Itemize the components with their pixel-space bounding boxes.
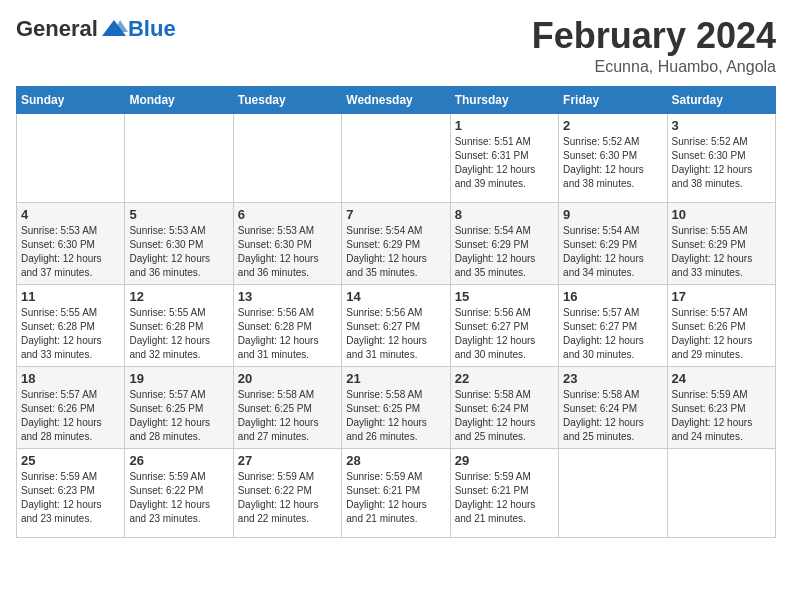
cell-day-number: 9 bbox=[563, 207, 662, 222]
calendar-cell: 18Sunrise: 5:57 AMSunset: 6:26 PMDayligh… bbox=[17, 366, 125, 448]
calendar-cell: 26Sunrise: 5:59 AMSunset: 6:22 PMDayligh… bbox=[125, 448, 233, 537]
cell-day-number: 3 bbox=[672, 118, 771, 133]
logo-general-text: General bbox=[16, 16, 98, 42]
cell-day-number: 17 bbox=[672, 289, 771, 304]
calendar-cell: 2Sunrise: 5:52 AMSunset: 6:30 PMDaylight… bbox=[559, 113, 667, 202]
cell-info-text: Sunrise: 5:59 AMSunset: 6:21 PMDaylight:… bbox=[455, 470, 554, 526]
calendar-cell: 29Sunrise: 5:59 AMSunset: 6:21 PMDayligh… bbox=[450, 448, 558, 537]
cell-day-number: 29 bbox=[455, 453, 554, 468]
calendar-cell: 1Sunrise: 5:51 AMSunset: 6:31 PMDaylight… bbox=[450, 113, 558, 202]
calendar-cell: 17Sunrise: 5:57 AMSunset: 6:26 PMDayligh… bbox=[667, 284, 775, 366]
col-friday: Friday bbox=[559, 86, 667, 113]
cell-day-number: 21 bbox=[346, 371, 445, 386]
cell-day-number: 7 bbox=[346, 207, 445, 222]
cell-info-text: Sunrise: 5:58 AMSunset: 6:25 PMDaylight:… bbox=[346, 388, 445, 444]
col-monday: Monday bbox=[125, 86, 233, 113]
calendar-cell: 24Sunrise: 5:59 AMSunset: 6:23 PMDayligh… bbox=[667, 366, 775, 448]
calendar-cell: 12Sunrise: 5:55 AMSunset: 6:28 PMDayligh… bbox=[125, 284, 233, 366]
cell-day-number: 13 bbox=[238, 289, 337, 304]
calendar-cell: 10Sunrise: 5:55 AMSunset: 6:29 PMDayligh… bbox=[667, 202, 775, 284]
calendar-cell: 9Sunrise: 5:54 AMSunset: 6:29 PMDaylight… bbox=[559, 202, 667, 284]
cell-day-number: 11 bbox=[21, 289, 120, 304]
cell-info-text: Sunrise: 5:59 AMSunset: 6:23 PMDaylight:… bbox=[672, 388, 771, 444]
calendar-cell: 8Sunrise: 5:54 AMSunset: 6:29 PMDaylight… bbox=[450, 202, 558, 284]
calendar-cell bbox=[559, 448, 667, 537]
header: General Blue February 2024 Ecunna, Huamb… bbox=[16, 16, 776, 76]
calendar-cell: 20Sunrise: 5:58 AMSunset: 6:25 PMDayligh… bbox=[233, 366, 341, 448]
cell-day-number: 23 bbox=[563, 371, 662, 386]
calendar-cell: 5Sunrise: 5:53 AMSunset: 6:30 PMDaylight… bbox=[125, 202, 233, 284]
cell-info-text: Sunrise: 5:56 AMSunset: 6:27 PMDaylight:… bbox=[455, 306, 554, 362]
cell-info-text: Sunrise: 5:54 AMSunset: 6:29 PMDaylight:… bbox=[346, 224, 445, 280]
col-sunday: Sunday bbox=[17, 86, 125, 113]
title-area: February 2024 Ecunna, Huambo, Angola bbox=[532, 16, 776, 76]
col-saturday: Saturday bbox=[667, 86, 775, 113]
cell-info-text: Sunrise: 5:57 AMSunset: 6:26 PMDaylight:… bbox=[21, 388, 120, 444]
location-title: Ecunna, Huambo, Angola bbox=[532, 58, 776, 76]
calendar-cell bbox=[667, 448, 775, 537]
cell-info-text: Sunrise: 5:53 AMSunset: 6:30 PMDaylight:… bbox=[21, 224, 120, 280]
calendar-cell: 28Sunrise: 5:59 AMSunset: 6:21 PMDayligh… bbox=[342, 448, 450, 537]
cell-day-number: 26 bbox=[129, 453, 228, 468]
cell-info-text: Sunrise: 5:55 AMSunset: 6:29 PMDaylight:… bbox=[672, 224, 771, 280]
cell-info-text: Sunrise: 5:58 AMSunset: 6:24 PMDaylight:… bbox=[563, 388, 662, 444]
cell-day-number: 27 bbox=[238, 453, 337, 468]
cell-info-text: Sunrise: 5:57 AMSunset: 6:25 PMDaylight:… bbox=[129, 388, 228, 444]
cell-day-number: 16 bbox=[563, 289, 662, 304]
cell-day-number: 20 bbox=[238, 371, 337, 386]
calendar-cell bbox=[342, 113, 450, 202]
calendar-cell bbox=[17, 113, 125, 202]
cell-info-text: Sunrise: 5:56 AMSunset: 6:28 PMDaylight:… bbox=[238, 306, 337, 362]
cell-info-text: Sunrise: 5:55 AMSunset: 6:28 PMDaylight:… bbox=[129, 306, 228, 362]
cell-info-text: Sunrise: 5:54 AMSunset: 6:29 PMDaylight:… bbox=[563, 224, 662, 280]
calendar-cell: 27Sunrise: 5:59 AMSunset: 6:22 PMDayligh… bbox=[233, 448, 341, 537]
calendar-cell: 21Sunrise: 5:58 AMSunset: 6:25 PMDayligh… bbox=[342, 366, 450, 448]
cell-day-number: 8 bbox=[455, 207, 554, 222]
cell-day-number: 10 bbox=[672, 207, 771, 222]
cell-info-text: Sunrise: 5:59 AMSunset: 6:21 PMDaylight:… bbox=[346, 470, 445, 526]
calendar-cell bbox=[125, 113, 233, 202]
header-row: Sunday Monday Tuesday Wednesday Thursday… bbox=[17, 86, 776, 113]
calendar-cell: 19Sunrise: 5:57 AMSunset: 6:25 PMDayligh… bbox=[125, 366, 233, 448]
col-thursday: Thursday bbox=[450, 86, 558, 113]
calendar-cell: 3Sunrise: 5:52 AMSunset: 6:30 PMDaylight… bbox=[667, 113, 775, 202]
cell-day-number: 19 bbox=[129, 371, 228, 386]
cell-day-number: 1 bbox=[455, 118, 554, 133]
cell-info-text: Sunrise: 5:57 AMSunset: 6:27 PMDaylight:… bbox=[563, 306, 662, 362]
cell-day-number: 25 bbox=[21, 453, 120, 468]
calendar-week-2: 11Sunrise: 5:55 AMSunset: 6:28 PMDayligh… bbox=[17, 284, 776, 366]
cell-info-text: Sunrise: 5:58 AMSunset: 6:25 PMDaylight:… bbox=[238, 388, 337, 444]
cell-info-text: Sunrise: 5:53 AMSunset: 6:30 PMDaylight:… bbox=[129, 224, 228, 280]
calendar-cell: 23Sunrise: 5:58 AMSunset: 6:24 PMDayligh… bbox=[559, 366, 667, 448]
calendar-week-3: 18Sunrise: 5:57 AMSunset: 6:26 PMDayligh… bbox=[17, 366, 776, 448]
col-wednesday: Wednesday bbox=[342, 86, 450, 113]
cell-day-number: 5 bbox=[129, 207, 228, 222]
cell-info-text: Sunrise: 5:52 AMSunset: 6:30 PMDaylight:… bbox=[563, 135, 662, 191]
col-tuesday: Tuesday bbox=[233, 86, 341, 113]
cell-info-text: Sunrise: 5:59 AMSunset: 6:22 PMDaylight:… bbox=[238, 470, 337, 526]
cell-info-text: Sunrise: 5:58 AMSunset: 6:24 PMDaylight:… bbox=[455, 388, 554, 444]
cell-info-text: Sunrise: 5:51 AMSunset: 6:31 PMDaylight:… bbox=[455, 135, 554, 191]
logo-icon bbox=[100, 18, 128, 40]
calendar-cell: 22Sunrise: 5:58 AMSunset: 6:24 PMDayligh… bbox=[450, 366, 558, 448]
calendar-week-1: 4Sunrise: 5:53 AMSunset: 6:30 PMDaylight… bbox=[17, 202, 776, 284]
cell-day-number: 24 bbox=[672, 371, 771, 386]
cell-day-number: 4 bbox=[21, 207, 120, 222]
cell-info-text: Sunrise: 5:55 AMSunset: 6:28 PMDaylight:… bbox=[21, 306, 120, 362]
cell-day-number: 2 bbox=[563, 118, 662, 133]
cell-day-number: 12 bbox=[129, 289, 228, 304]
calendar-week-0: 1Sunrise: 5:51 AMSunset: 6:31 PMDaylight… bbox=[17, 113, 776, 202]
calendar-cell: 6Sunrise: 5:53 AMSunset: 6:30 PMDaylight… bbox=[233, 202, 341, 284]
cell-day-number: 15 bbox=[455, 289, 554, 304]
calendar-cell: 15Sunrise: 5:56 AMSunset: 6:27 PMDayligh… bbox=[450, 284, 558, 366]
cell-day-number: 28 bbox=[346, 453, 445, 468]
calendar-table: Sunday Monday Tuesday Wednesday Thursday… bbox=[16, 86, 776, 538]
calendar-cell: 13Sunrise: 5:56 AMSunset: 6:28 PMDayligh… bbox=[233, 284, 341, 366]
calendar-cell: 16Sunrise: 5:57 AMSunset: 6:27 PMDayligh… bbox=[559, 284, 667, 366]
calendar-cell: 4Sunrise: 5:53 AMSunset: 6:30 PMDaylight… bbox=[17, 202, 125, 284]
cell-info-text: Sunrise: 5:56 AMSunset: 6:27 PMDaylight:… bbox=[346, 306, 445, 362]
calendar-cell: 25Sunrise: 5:59 AMSunset: 6:23 PMDayligh… bbox=[17, 448, 125, 537]
cell-info-text: Sunrise: 5:52 AMSunset: 6:30 PMDaylight:… bbox=[672, 135, 771, 191]
calendar-cell: 7Sunrise: 5:54 AMSunset: 6:29 PMDaylight… bbox=[342, 202, 450, 284]
cell-day-number: 22 bbox=[455, 371, 554, 386]
